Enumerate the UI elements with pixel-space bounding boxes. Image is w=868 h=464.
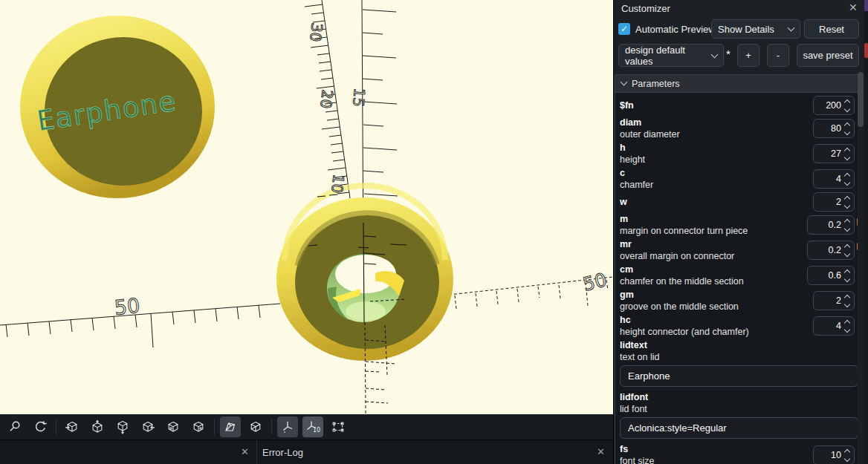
toolbar-separator xyxy=(214,419,215,435)
zoom-all-button[interactable] xyxy=(4,416,25,437)
param-name: mr xyxy=(620,238,734,250)
spin-buttons[interactable] xyxy=(845,148,849,160)
spin-value: 4 xyxy=(836,174,841,184)
param-name: h xyxy=(620,142,645,154)
spin-buttons[interactable] xyxy=(845,122,849,134)
scale-ten-label: 10 xyxy=(313,427,320,434)
reset-view-icon xyxy=(33,419,48,434)
spin-buttons[interactable] xyxy=(845,295,849,307)
3d-scene: Earphone xyxy=(0,0,613,414)
param-row-gm: gm groove on the middle section 2 xyxy=(615,288,859,313)
param-row-m: m margin on connector turn piece 0.2 xyxy=(615,212,859,238)
param-description: outer diameter xyxy=(620,128,680,140)
param-row-c: c chamfer 4 xyxy=(615,166,859,192)
lidtext-input[interactable] xyxy=(620,365,858,387)
spin-buttons[interactable] xyxy=(845,244,849,256)
mr-spinbox[interactable]: 0.2 xyxy=(807,241,855,260)
cm-spinbox[interactable]: 0.6 xyxy=(807,266,855,285)
param-description: height xyxy=(620,154,645,166)
save-preset-button[interactable]: save preset xyxy=(797,44,859,67)
param-description: text on lid xyxy=(620,351,855,363)
spin-buttons[interactable] xyxy=(845,99,849,111)
preset-dropdown[interactable]: design default values xyxy=(618,44,724,67)
scrollbar-thumb[interactable] xyxy=(858,72,864,127)
details-dropdown-value: Show Details xyxy=(718,24,774,35)
spin-buttons[interactable] xyxy=(845,173,849,185)
param-row-fs: fs font size 10 xyxy=(615,442,859,464)
param-name: m xyxy=(620,213,748,225)
details-dropdown[interactable]: Show Details xyxy=(711,19,800,39)
error-log-close-icon[interactable]: ✕ xyxy=(597,446,605,457)
param-name: c xyxy=(620,167,653,179)
orthogonal-view-button[interactable] xyxy=(245,416,266,437)
automatic-preview-checkbox[interactable]: ✓ xyxy=(618,23,630,35)
m-spinbox[interactable]: 0.2 xyxy=(807,215,855,235)
param-row-fn: $fn 200 xyxy=(615,95,859,116)
customizer-scrollbar[interactable] xyxy=(858,72,864,464)
spin-buttons[interactable] xyxy=(845,219,849,231)
spin-value: 0.6 xyxy=(829,270,841,281)
hc-spinbox[interactable]: 4 xyxy=(813,316,855,336)
w-spinbox[interactable]: 2 xyxy=(813,192,855,212)
console-errorlog-bar: ✕ Error-Log ✕ xyxy=(0,440,613,464)
spin-buttons[interactable] xyxy=(845,269,849,281)
preset-dropdown-value: design default values xyxy=(625,45,712,67)
error-log-tab[interactable]: Error-Log xyxy=(262,447,303,458)
view-back-icon xyxy=(191,419,206,434)
fn-spinbox[interactable]: 200 xyxy=(813,96,855,115)
remove-preset-button[interactable]: - xyxy=(767,44,789,67)
lidfont-input[interactable] xyxy=(620,417,858,439)
parameters-list: $fn 200 diam outer diameter 80 xyxy=(615,93,859,464)
perspective-icon xyxy=(223,419,238,434)
view-all-button[interactable] xyxy=(328,416,349,437)
param-row-h: h height 27 xyxy=(615,141,859,166)
3d-viewport[interactable]: Earphone xyxy=(0,0,613,414)
param-description: margin on connector turn piece xyxy=(620,225,748,237)
z-axis-label: 15 xyxy=(349,88,369,108)
parameters-header[interactable]: Parameters xyxy=(615,75,859,93)
param-name: $fn xyxy=(620,99,634,111)
show-scale-markers-button[interactable]: 10 xyxy=(302,416,323,437)
spin-value: 2 xyxy=(836,295,841,306)
customizer-panel: Customizer ✕ ✓ Automatic Preview Show De… xyxy=(613,0,868,464)
h-spinbox[interactable]: 27 xyxy=(813,144,855,163)
view-right-button[interactable] xyxy=(62,416,82,437)
reset-view-button[interactable] xyxy=(30,416,51,437)
fs-spinbox[interactable]: 10 xyxy=(813,445,855,464)
view-front-button[interactable] xyxy=(163,416,184,437)
magnifier-icon xyxy=(7,419,22,434)
diam-spinbox[interactable]: 80 xyxy=(813,119,855,138)
spin-buttons[interactable] xyxy=(845,449,849,461)
add-preset-button[interactable]: + xyxy=(737,44,760,67)
perspective-view-button[interactable] xyxy=(220,416,241,437)
param-row-diam: diam outer diameter 80 xyxy=(615,116,859,141)
spin-buttons[interactable] xyxy=(845,320,849,332)
param-description: chamfer xyxy=(620,179,653,191)
view-back-button[interactable] xyxy=(188,416,209,437)
view-bottom-button[interactable] xyxy=(112,416,133,437)
param-row-lidfont: lidfont lid font xyxy=(615,391,859,442)
c-spinbox[interactable]: 4 xyxy=(813,169,855,189)
console-close-icon[interactable]: ✕ xyxy=(241,446,249,457)
spin-buttons[interactable] xyxy=(845,196,849,208)
view-left-button[interactable] xyxy=(137,416,158,437)
param-description: lid font xyxy=(620,403,855,415)
reset-button[interactable]: Reset xyxy=(804,19,859,39)
gm-spinbox[interactable]: 2 xyxy=(813,291,855,310)
param-name: w xyxy=(620,196,627,208)
customizer-close-icon[interactable]: ✕ xyxy=(849,1,858,13)
customizer-title: Customizer xyxy=(621,3,670,14)
view-top-button[interactable] xyxy=(87,416,108,437)
view-all-icon xyxy=(331,419,346,434)
param-name: lidtext xyxy=(620,339,855,351)
param-row-w: w 2 xyxy=(615,192,859,212)
view-front-icon xyxy=(166,419,181,434)
openscad-window: Earphone xyxy=(0,0,868,464)
param-name: fs xyxy=(620,443,655,455)
x-axis-label-right: 50 xyxy=(580,269,609,295)
show-axes-button[interactable] xyxy=(277,416,298,437)
param-name: hc xyxy=(620,314,749,326)
param-description: chamfer on the middle section xyxy=(620,275,744,287)
spin-value: 0.2 xyxy=(829,220,841,230)
automatic-preview-label: Automatic Preview xyxy=(635,24,716,35)
